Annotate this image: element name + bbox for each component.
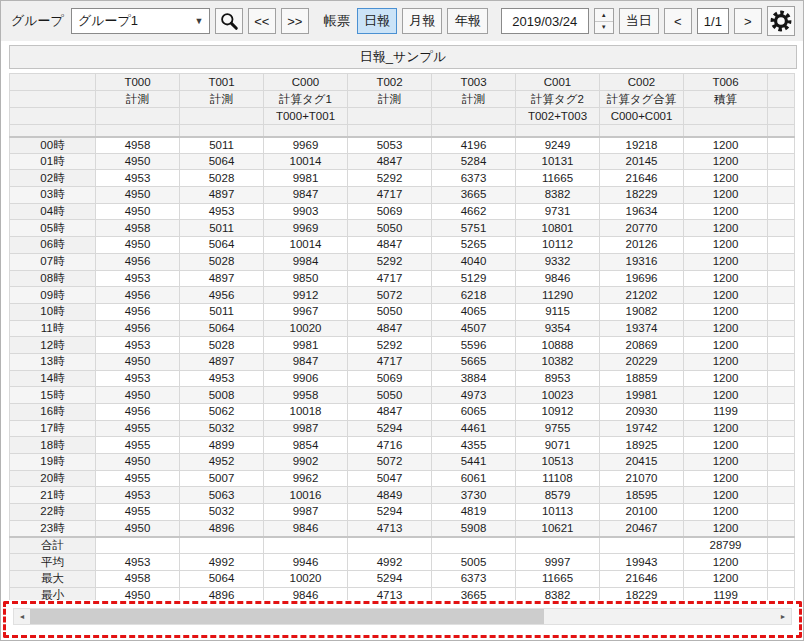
cell: T002 xyxy=(348,74,432,91)
filler-cell xyxy=(768,504,795,521)
cell: 3730 xyxy=(432,487,516,504)
filler-cell xyxy=(768,387,795,404)
cell: 20415 xyxy=(600,454,684,471)
cell: 5265 xyxy=(432,237,516,254)
cell xyxy=(432,108,516,125)
hour-row: 11時4956506410020484745079354193741200 xyxy=(10,320,795,337)
header-row-units xyxy=(10,125,795,137)
scroll-right-icon[interactable]: ► xyxy=(775,609,791,624)
cell: 5292 xyxy=(348,337,432,354)
cell: 1200 xyxy=(684,287,768,304)
row-label: 08時 xyxy=(10,270,96,287)
cell: 1200 xyxy=(684,153,768,170)
cell xyxy=(264,537,348,554)
cell xyxy=(264,125,348,137)
cell: 4955 xyxy=(96,470,180,487)
summary-row: 合計28799 xyxy=(10,537,795,554)
cell: 1200 xyxy=(684,203,768,220)
settings-button[interactable] xyxy=(767,6,795,36)
cell: 19742 xyxy=(600,420,684,437)
cell: 計算タグ1 xyxy=(264,91,348,108)
filler-cell xyxy=(768,287,795,304)
cell: 5064 xyxy=(180,153,264,170)
cell: 計算タグ2 xyxy=(516,91,600,108)
filler-cell xyxy=(768,470,795,487)
cell: 4896 xyxy=(180,520,264,537)
cell: 積算 xyxy=(684,91,768,108)
cell: 1200 xyxy=(684,504,768,521)
cell: 5292 xyxy=(348,253,432,270)
date-input[interactable]: 2019/03/24 xyxy=(501,8,589,34)
row-label: 21時 xyxy=(10,487,96,504)
cell: 1200 xyxy=(684,320,768,337)
cell: 4847 xyxy=(348,153,432,170)
cell: 9850 xyxy=(264,270,348,287)
hour-row: 02時4953502899815292637311665216461200 xyxy=(10,170,795,187)
cell: 4956 xyxy=(180,287,264,304)
spinner-up-icon[interactable]: ▲ xyxy=(595,9,613,22)
cell: 18859 xyxy=(600,370,684,387)
group-combobox[interactable]: グループ1 ▼ xyxy=(71,8,210,34)
row-label: 10時 xyxy=(10,303,96,320)
cell: 18925 xyxy=(600,437,684,454)
tab-monthly-report[interactable]: 月報 xyxy=(402,8,442,34)
cell: 4713 xyxy=(348,587,432,600)
cell: 10382 xyxy=(516,353,600,370)
cell: 10621 xyxy=(516,520,600,537)
cell: 計測 xyxy=(180,91,264,108)
today-button[interactable]: 当日 xyxy=(619,8,659,34)
cell: 9854 xyxy=(264,437,348,454)
cell: 3665 xyxy=(432,187,516,204)
cell: 4461 xyxy=(432,420,516,437)
scrollbar-track[interactable] xyxy=(30,609,775,624)
cell: 4958 xyxy=(96,220,180,237)
cell: T002+T003 xyxy=(516,108,600,125)
cell: 19316 xyxy=(600,253,684,270)
cell: 1200 xyxy=(684,454,768,471)
cell xyxy=(516,537,600,554)
chevron-down-icon[interactable]: ▼ xyxy=(189,16,209,26)
cell xyxy=(432,537,516,554)
cell: 9981 xyxy=(264,337,348,354)
hour-row: 20時4955500799625047606111108210701200 xyxy=(10,470,795,487)
hour-row: 13時4950489798474717566510382202291200 xyxy=(10,353,795,370)
cell: 10018 xyxy=(264,404,348,421)
row-label xyxy=(10,125,96,137)
filler-cell xyxy=(768,108,795,125)
cell: 5053 xyxy=(348,137,432,154)
prev-group-button[interactable]: << xyxy=(248,8,276,34)
scroll-left-icon[interactable]: ◄ xyxy=(14,609,30,624)
cell: 1200 xyxy=(684,270,768,287)
cell: 1199 xyxy=(684,587,768,600)
cell xyxy=(180,537,264,554)
cell: 5047 xyxy=(348,470,432,487)
cell: 5050 xyxy=(348,303,432,320)
page-next-button[interactable]: > xyxy=(734,8,762,34)
hour-row: 00時495850119969505341969249192181200 xyxy=(10,137,795,154)
row-label: 01時 xyxy=(10,153,96,170)
scrollbar-thumb[interactable] xyxy=(30,609,544,624)
hour-row: 04時495049539903506946629731196341200 xyxy=(10,203,795,220)
cell: 9912 xyxy=(264,287,348,304)
cell: 5751 xyxy=(432,220,516,237)
tab-yearly-report[interactable]: 年報 xyxy=(447,8,487,34)
cell: 10014 xyxy=(264,237,348,254)
cell: 1200 xyxy=(684,303,768,320)
cell: 10016 xyxy=(264,487,348,504)
cell: 5005 xyxy=(432,554,516,571)
tab-daily-report[interactable]: 日報 xyxy=(357,8,397,34)
page-prev-button[interactable]: < xyxy=(664,8,692,34)
cell: 10112 xyxy=(516,237,600,254)
cell: 5294 xyxy=(348,420,432,437)
next-group-button[interactable]: >> xyxy=(281,8,309,34)
cell: 9987 xyxy=(264,420,348,437)
cell: 20467 xyxy=(600,520,684,537)
cell: 20770 xyxy=(600,220,684,237)
row-label: 05時 xyxy=(10,220,96,237)
cell: 4950 xyxy=(96,153,180,170)
filler-cell xyxy=(768,537,795,554)
cell: 9987 xyxy=(264,504,348,521)
horizontal-scrollbar[interactable]: ◄ ► xyxy=(13,608,792,625)
spinner-down-icon[interactable]: ▼ xyxy=(595,22,613,34)
search-button[interactable] xyxy=(215,8,243,34)
